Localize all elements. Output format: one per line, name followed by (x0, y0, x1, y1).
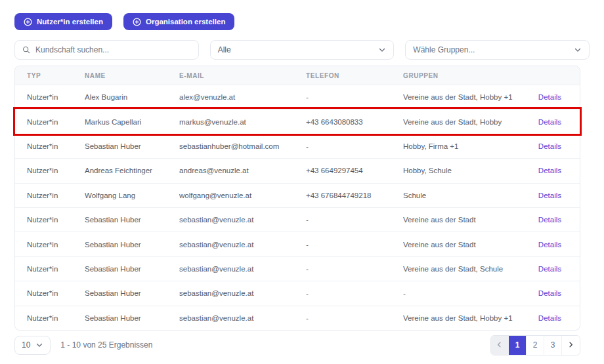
cell-actions: Details (528, 216, 567, 224)
details-link[interactable]: Details (538, 142, 561, 150)
cell-telefon: - (306, 265, 403, 273)
cell-email: alex@venuzle.at (179, 93, 306, 101)
cell-typ: Nutzer*in (27, 314, 85, 322)
table-row[interactable]: Nutzer*in Andreas Feichtinger andreas@ve… (15, 158, 580, 182)
table-row[interactable]: Nutzer*in Sebastian Huber sebastianhuber… (15, 134, 580, 158)
cell-gruppen: Vereine aus der Stadt (403, 241, 528, 249)
column-header-name: NAME (85, 72, 179, 79)
create-user-button[interactable]: Nutzer*in erstellen (14, 13, 112, 30)
table-header-row: TYP NAME E-MAIL TELEFON GRUPPEN (15, 66, 580, 85)
chevron-right-icon (567, 341, 575, 349)
cell-gruppen: - (403, 289, 528, 297)
customer-search-box (14, 40, 199, 60)
table-row[interactable]: Nutzer*in Sebastian Huber sebastian@venu… (15, 232, 580, 256)
details-link[interactable]: Details (538, 192, 561, 199)
cell-telefon: - (306, 93, 403, 101)
pagination-left: 10 1 - 10 von 25 Ergebnissen (14, 336, 152, 355)
search-icon (22, 46, 30, 54)
details-link[interactable]: Details (538, 167, 561, 174)
cell-name: Wolfgang Lang (85, 192, 179, 199)
column-header-gruppen: GRUPPEN (403, 72, 528, 79)
cell-email: markus@venuzle.at (179, 118, 306, 126)
pagination-bar: 10 1 - 10 von 25 Ergebnissen 1 2 3 (14, 335, 580, 355)
cell-telefon: +43 6643080833 (306, 118, 403, 126)
groups-filter-select[interactable]: Wähle Gruppen... (405, 40, 590, 60)
column-header-typ: TYP (27, 72, 85, 79)
cell-typ: Nutzer*in (27, 241, 85, 249)
cell-gruppen: Vereine aus der Stadt, Hobby +1 (403, 93, 528, 101)
plus-circle-icon (24, 18, 32, 26)
cell-telefon: +43 6649297454 (306, 167, 403, 174)
cell-typ: Nutzer*in (27, 216, 85, 224)
chevron-down-icon (378, 46, 386, 54)
cell-email: sebastianhuber@hotmail.com (179, 142, 306, 150)
details-link[interactable]: Details (538, 93, 561, 101)
cell-typ: Nutzer*in (27, 167, 85, 174)
cell-actions: Details (528, 265, 567, 273)
cell-typ: Nutzer*in (27, 142, 85, 150)
cell-actions: Details (528, 314, 567, 322)
page-button-3[interactable]: 3 (544, 336, 562, 355)
cell-typ: Nutzer*in (27, 93, 85, 101)
table-row[interactable]: Nutzer*in Alex Bugarin alex@venuzle.at -… (15, 85, 580, 109)
cell-gruppen: Hobby, Firma +1 (403, 142, 528, 150)
table-row[interactable]: Nutzer*in Wolfgang Lang wolfgang@venuzle… (15, 183, 580, 207)
cell-name: Alex Bugarin (85, 93, 179, 101)
page-size-select[interactable]: 10 (14, 336, 51, 355)
table-row[interactable]: Nutzer*in Sebastian Huber sebastian@venu… (15, 256, 580, 281)
cell-name: Sebastian Huber (85, 265, 179, 273)
cell-name: Andreas Feichtinger (85, 167, 179, 174)
cell-email: sebastian@venuzle.at (179, 265, 306, 273)
details-link[interactable]: Details (538, 241, 561, 249)
page-size-value: 10 (22, 340, 30, 350)
type-filter-select[interactable]: Alle (210, 40, 395, 60)
groups-filter-placeholder: Wähle Gruppen... (413, 45, 475, 54)
create-organisation-button[interactable]: Organisation erstellen (123, 13, 234, 30)
cell-actions: Details (528, 93, 567, 101)
plus-circle-icon (133, 18, 141, 26)
cell-email: andreas@venuzle.at (179, 167, 306, 174)
cell-gruppen: Vereine aus der Stadt (403, 216, 528, 224)
cell-actions: Details (528, 241, 567, 249)
details-link[interactable]: Details (538, 118, 561, 126)
cell-actions: Details (528, 167, 567, 174)
search-input[interactable] (35, 45, 191, 54)
cell-gruppen: Vereine aus der Stadt, Hobby +1 (403, 314, 528, 322)
previous-page-button[interactable] (491, 336, 509, 355)
table-body: Nutzer*in Alex Bugarin alex@venuzle.at -… (15, 85, 580, 330)
page-button-1[interactable]: 1 (509, 336, 527, 355)
cell-telefon: - (306, 216, 403, 224)
table-row[interactable]: Nutzer*in Markus Capellari markus@venuzl… (15, 109, 580, 133)
table-row[interactable]: Nutzer*in Sebastian Huber sebastian@venu… (15, 306, 580, 330)
type-filter-value: Alle (218, 45, 231, 54)
table-row[interactable]: Nutzer*in Sebastian Huber sebastian@venu… (15, 207, 580, 232)
details-link[interactable]: Details (538, 216, 561, 224)
results-summary: 1 - 10 von 25 Ergebnissen (60, 340, 152, 350)
cell-name: Sebastian Huber (85, 241, 179, 249)
details-link[interactable]: Details (538, 314, 561, 322)
details-link[interactable]: Details (538, 265, 561, 273)
cell-name: Sebastian Huber (85, 142, 179, 150)
cell-email: wolfgang@venuzle.at (179, 192, 306, 199)
cell-typ: Nutzer*in (27, 265, 85, 273)
cell-gruppen: Vereine aus der Stadt, Schule (403, 265, 528, 273)
page-button-2[interactable]: 2 (527, 336, 544, 355)
cell-email: sebastian@venuzle.at (179, 241, 306, 249)
customer-management-page: Nutzer*in erstellen Organisation erstell… (0, 0, 604, 355)
cell-name: Sebastian Huber (85, 216, 179, 224)
cell-telefon: - (306, 241, 403, 249)
cell-name: Markus Capellari (85, 118, 179, 126)
cell-actions: Details (528, 142, 567, 150)
cell-email: sebastian@venuzle.at (179, 216, 306, 224)
cell-gruppen: Hobby, Schule (403, 167, 528, 174)
cell-telefon: - (306, 314, 403, 322)
next-page-button[interactable] (562, 336, 580, 355)
pager: 1 2 3 (490, 335, 580, 355)
cell-name: Sebastian Huber (85, 314, 179, 322)
cell-name: Sebastian Huber (85, 289, 179, 297)
table-row[interactable]: Nutzer*in Sebastian Huber sebastian@venu… (15, 281, 580, 305)
chevron-down-icon (574, 46, 582, 54)
details-link[interactable]: Details (538, 289, 561, 297)
column-header-email: E-MAIL (179, 72, 306, 79)
cell-actions: Details (528, 289, 567, 297)
